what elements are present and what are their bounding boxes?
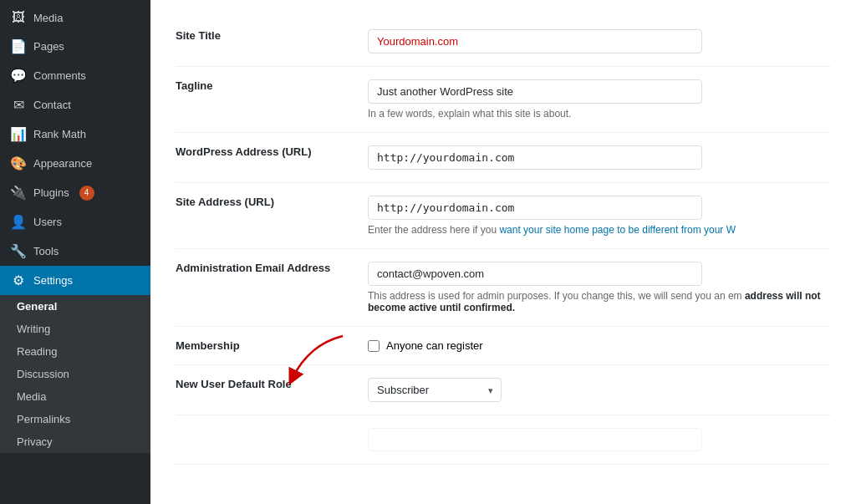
sidebar-item-settings[interactable]: ⚙ Settings: [0, 266, 150, 295]
field-label-tagline: Tagline: [176, 67, 359, 133]
sidebar-item-label: Users: [33, 216, 62, 228]
plugins-badge: 4: [79, 186, 94, 201]
sidebar-item-label: Comments: [33, 69, 86, 82]
sidebar-item-rankmath[interactable]: 📊 Rank Math: [0, 120, 150, 149]
submenu-item-media[interactable]: Media: [0, 385, 150, 408]
submenu-item-reading[interactable]: Reading: [0, 340, 150, 363]
submenu-item-privacy[interactable]: Privacy: [0, 430, 150, 453]
contact-icon: ✉: [10, 97, 27, 113]
field-label-membership: Membership: [176, 327, 359, 365]
default-role-select[interactable]: Subscriber Contributor Author Editor Adm…: [368, 378, 502, 402]
submenu-item-permalinks[interactable]: Permalinks: [0, 408, 150, 430]
submenu-item-discussion[interactable]: Discussion: [0, 363, 150, 385]
table-row: Site Address (URL) Enter the address her…: [176, 183, 831, 249]
settings-form: Site Title Tagline In a few words, expla…: [150, 0, 856, 504]
submenu-label: Reading: [17, 345, 57, 358]
submenu-label: Permalinks: [17, 413, 70, 425]
table-row: Membership Anyone can register: [176, 327, 831, 365]
sidebar-item-media[interactable]: 🖼 Media: [0, 3, 150, 32]
sidebar-item-contact[interactable]: ✉ Contact: [0, 90, 150, 120]
admin-email-input[interactable]: [368, 262, 702, 286]
sidebar-item-label: Pages: [33, 40, 64, 53]
submenu-label: Discussion: [17, 368, 69, 380]
site-address-link[interactable]: want your site home page to be different…: [499, 224, 736, 236]
table-row: Tagline In a few words, explain what thi…: [176, 67, 831, 133]
default-role-select-wrap: Subscriber Contributor Author Editor Adm…: [368, 378, 502, 402]
site-address-input[interactable]: [368, 196, 702, 220]
rankmath-icon: 📊: [10, 126, 27, 142]
field-label-site-address: Site Address (URL): [176, 183, 359, 249]
sidebar-item-label: Settings: [33, 274, 73, 287]
empty-cell: [359, 415, 831, 465]
submenu-item-writing[interactable]: Writing: [0, 318, 150, 340]
sidebar-item-label: Media: [33, 12, 63, 24]
field-cell-site-title: [359, 17, 831, 67]
submenu-label: General: [17, 300, 57, 313]
sidebar-item-pages[interactable]: 📄 Pages: [0, 32, 150, 61]
submenu-label: Media: [17, 390, 46, 403]
pages-icon: 📄: [10, 38, 27, 54]
media-icon: 🖼: [10, 10, 27, 25]
extra-input[interactable]: [368, 428, 702, 451]
field-label-wp-address: WordPress Address (URL): [176, 133, 359, 183]
table-row: [176, 415, 831, 465]
sidebar-item-label: Tools: [33, 245, 59, 257]
sidebar-item-label: Rank Math: [33, 128, 86, 140]
submenu-item-general[interactable]: General: [0, 295, 150, 318]
field-label-admin-email: Administration Email Address: [176, 249, 359, 327]
table-row: New User Default Role: [176, 365, 831, 415]
site-title-input[interactable]: [368, 29, 702, 53]
table-row: Site Title: [176, 17, 831, 67]
users-icon: 👤: [10, 214, 27, 230]
submenu-label: Privacy: [17, 435, 53, 448]
appearance-icon: 🎨: [10, 155, 27, 171]
membership-checkbox-label: Anyone can register: [386, 339, 483, 352]
field-label-default-role: New User Default Role: [176, 365, 359, 415]
sidebar-item-plugins[interactable]: 🔌 Plugins 4: [0, 178, 150, 207]
sidebar: 🖼 Media 📄 Pages 💬 Comments ✉ Contact 📊 R…: [0, 0, 150, 504]
field-cell-wp-address: [359, 133, 831, 183]
table-row: WordPress Address (URL): [176, 133, 831, 183]
table-row: Administration Email Address This addres…: [176, 249, 831, 327]
membership-label[interactable]: Anyone can register: [368, 339, 823, 352]
sidebar-item-label: Appearance: [33, 157, 92, 170]
field-cell-tagline: In a few words, explain what this site i…: [359, 67, 831, 133]
submenu-label: Writing: [17, 323, 50, 335]
sidebar-item-comments[interactable]: 💬 Comments: [0, 61, 150, 90]
main-content: Site Title Tagline In a few words, expla…: [150, 0, 856, 504]
plugins-icon: 🔌: [10, 185, 27, 201]
tools-icon: 🔧: [10, 243, 27, 259]
empty-label: [176, 415, 359, 465]
admin-email-warning: address will not become active until con…: [368, 290, 821, 313]
field-cell-admin-email: This address is used for admin purposes.…: [359, 249, 831, 327]
sidebar-item-label: Plugins: [33, 186, 69, 199]
sidebar-item-label: Contact: [33, 99, 71, 111]
settings-icon: ⚙: [10, 272, 27, 288]
sidebar-item-users[interactable]: 👤 Users: [0, 207, 150, 237]
sidebar-item-appearance[interactable]: 🎨 Appearance: [0, 149, 150, 178]
settings-table: Site Title Tagline In a few words, expla…: [176, 17, 831, 465]
field-cell-site-address: Enter the address here if you want your …: [359, 183, 831, 249]
field-label-site-title: Site Title: [176, 17, 359, 67]
tagline-input[interactable]: [368, 79, 702, 104]
admin-email-desc: This address is used for admin purposes.…: [368, 290, 823, 313]
wp-address-input[interactable]: [368, 145, 702, 170]
tagline-desc: In a few words, explain what this site i…: [368, 108, 823, 120]
site-address-desc: Enter the address here if you want your …: [368, 224, 823, 236]
sidebar-item-tools[interactable]: 🔧 Tools: [0, 237, 150, 266]
field-cell-default-role: Subscriber Contributor Author Editor Adm…: [359, 365, 831, 415]
field-cell-membership: Anyone can register: [359, 327, 831, 365]
membership-checkbox[interactable]: [368, 340, 380, 352]
comments-icon: 💬: [10, 68, 27, 84]
